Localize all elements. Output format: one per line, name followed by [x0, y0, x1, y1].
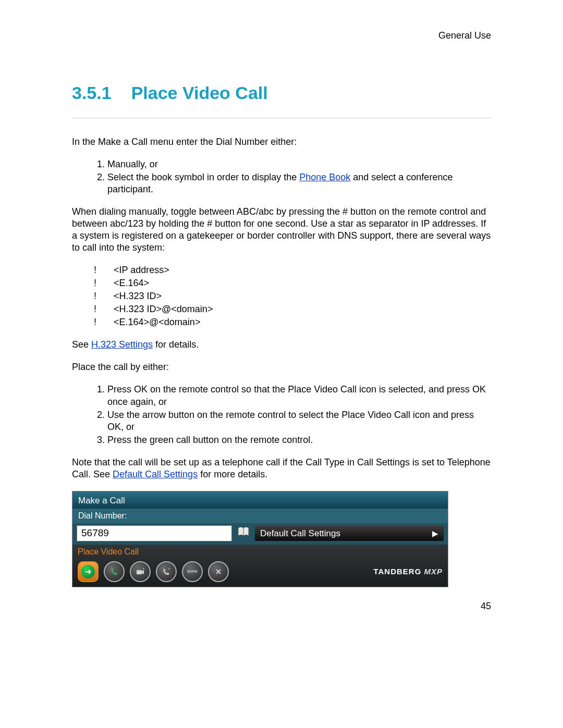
section-title: Place Video Call	[131, 83, 268, 103]
dial-row: 56789 Default Call Settings ▶	[72, 523, 448, 545]
close-icon[interactable]	[208, 561, 229, 582]
default-call-settings-button[interactable]: Default Call Settings ▶	[255, 526, 444, 541]
add-video-icon[interactable]: +	[130, 561, 151, 582]
settings-button-label: Default Call Settings	[260, 528, 340, 539]
add-audio-icon[interactable]: +	[156, 561, 177, 582]
brand-label: TANDBERG MXP	[373, 566, 443, 576]
call-method-list: <IP address> <E.164> <H.323 ID> <H.323 I…	[72, 264, 491, 328]
entry-method-list: Manually, or Select the book symbol in o…	[72, 158, 491, 195]
make-a-call-panel: Make a Call Dial Number: 56789 Default C…	[72, 491, 448, 587]
place-call-intro: Place the call by either:	[72, 361, 491, 373]
manual-dial-paragraph: When dialing manually, toggle between AB…	[72, 206, 491, 254]
intro-paragraph: In the Make a Call menu enter the Dial N…	[72, 136, 491, 148]
svg-rect-1	[137, 570, 142, 574]
call-method-item: <H.323 ID>@<domain>	[94, 303, 491, 315]
call-method-item: <E.164>@<domain>	[94, 316, 491, 328]
entry-method-item: Select the book symbol in order to displ…	[107, 171, 491, 195]
chevron-right-icon: ▶	[432, 528, 438, 538]
entry-method-item: Manually, or	[107, 158, 491, 170]
video-call-icon[interactable]: ➜	[78, 561, 99, 582]
heading-separator	[72, 118, 491, 118]
panel-title: Make a Call	[72, 491, 448, 509]
section-number: 3.5.1	[72, 83, 112, 103]
dial-number-input[interactable]: 56789	[77, 525, 232, 541]
page-number: 45	[481, 601, 491, 612]
place-call-item: Press OK on the remote control so that t…	[107, 384, 491, 408]
see-settings-paragraph: See H.323 Settings for details.	[72, 339, 491, 351]
call-method-item: <IP address>	[94, 264, 491, 276]
svg-text:+: +	[168, 567, 170, 571]
place-call-list: Press OK on the remote control so that t…	[72, 384, 491, 446]
place-video-call-label: Place Video Call	[78, 547, 443, 559]
dial-number-label: Dial Number:	[72, 509, 448, 523]
default-call-settings-link[interactable]: Default Call Settings	[113, 469, 198, 479]
audio-call-icon[interactable]	[104, 561, 125, 582]
svg-text:+: +	[142, 567, 145, 571]
phone-book-icon[interactable]	[237, 527, 250, 540]
page-header-section: General Use	[72, 30, 491, 41]
section-heading: 3.5.1Place Video Call	[72, 83, 491, 103]
action-row: Place Video Call ➜ + + www	[72, 545, 448, 586]
phone-book-link[interactable]: Phone Book	[299, 172, 350, 182]
place-call-item: Use the arrow button on the remote contr…	[107, 409, 491, 433]
call-method-item: <H.323 ID>	[94, 290, 491, 302]
place-call-item: Press the green call button on the remot…	[107, 434, 491, 446]
h323-settings-link[interactable]: H.323 Settings	[91, 339, 153, 350]
streaming-icon[interactable]: www	[182, 561, 203, 582]
icon-toolbar: ➜ + + www TANDBERG MXP	[78, 559, 443, 586]
call-method-item: <E.164>	[94, 277, 491, 289]
note-paragraph: Note that the call will be set up as a t…	[72, 456, 491, 480]
